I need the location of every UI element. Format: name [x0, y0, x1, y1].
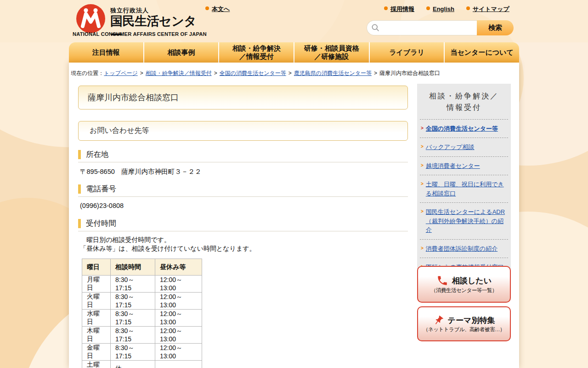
global-nav: 注目情報 相談事例 相談・紛争解決／情報受付 研修・相談員資格／研修施設 ライブ… [69, 42, 519, 63]
phone-value: (0996)23-0808 [80, 202, 124, 209]
breadcrumb-prefix: 現在の位置： [71, 70, 104, 76]
consult-banner[interactable]: 相談したい （消費生活センター等一覧） [417, 266, 511, 303]
consult-banner-subtitle: （消費生活センター等一覧） [431, 287, 497, 294]
nav-item-training[interactable]: 研修・相談員資格／研修施設 [294, 42, 369, 63]
address-value: 〒895-8650 薩摩川内市神田町３－２２ [80, 167, 201, 176]
chevron-right-icon [421, 182, 424, 186]
breadcrumb-link-consultation[interactable]: 相談・紛争解決／情報受付 [146, 70, 212, 76]
phone-icon [436, 275, 448, 287]
utility-nav: 採用情報 English サイトマップ [384, 5, 509, 13]
divider [78, 162, 408, 162]
nav-item-attention[interactable]: 注目情報 [69, 42, 143, 63]
search-icon [371, 23, 380, 32]
table-row: 木曜日8:30～17:1512:00～13:00 [82, 327, 202, 344]
sidebar-item-weekend: 土曜、日曜、祝日に利用できる相談窓口 [420, 175, 508, 202]
table-header-row: 曜日 相談時間 昼休み等 [82, 259, 202, 276]
nav-item-library[interactable]: ライブラリ [369, 42, 444, 63]
sidebar-title: 相談・紛争解決／ 情報受付 [417, 84, 511, 119]
sidebar-item-adr: 国民生活センターによるADR（裁判外紛争解決手続）の紹介 [420, 202, 508, 239]
topics-banner-subtitle: （ネットトラブル、高齢者被害…） [423, 326, 505, 333]
sidebar: 相談・紛争解決／ 情報受付 全国の消費生活センター等 バックアップ相談 越境消費… [417, 84, 511, 279]
hours-note: 曜日別の相談受付時間です。 「昼休み等」は、相談を受け付けていない時間となります… [80, 236, 256, 253]
content-column: 現在の位置：トップページ>相談・紛争解決／情報受付>全国の消費生活センター等>鹿… [69, 63, 519, 368]
table-row: 水曜日8:30～17:1512:00～13:00 [82, 310, 202, 327]
sidebar-item-centers: 全国の消費生活センター等 [420, 119, 508, 138]
chevron-right-icon [421, 163, 424, 168]
chevron-right-icon [421, 209, 424, 214]
consult-banner-title: 相談したい [452, 276, 492, 286]
sidebar-item-lawsuit: 消費者団体訴訟制度の紹介 [420, 239, 508, 258]
search-button[interactable]: 検索 [477, 20, 514, 35]
breadcrumb-link-home[interactable]: トップページ [104, 70, 137, 76]
nav-item-consultation[interactable]: 相談・紛争解決／情報受付 [218, 42, 294, 63]
breadcrumb-link-kagoshima[interactable]: 鹿児島県の消費生活センター等 [294, 70, 372, 76]
contact-section-title: お問い合わせ先等 [78, 121, 408, 141]
col-header-day: 曜日 [82, 259, 111, 276]
divider [78, 231, 408, 231]
nav-item-cases[interactable]: 相談事例 [143, 42, 219, 63]
address-heading: 所在地 [78, 150, 109, 160]
nav-item-about[interactable]: 当センターについて [444, 42, 519, 63]
hours-heading: 受付時間 [78, 218, 116, 229]
recruit-link[interactable]: 採用情報 [390, 6, 414, 12]
chevron-right-icon [421, 246, 424, 251]
page-title: 薩摩川内市総合相談窓口 [78, 86, 408, 109]
breadcrumb-current: 薩摩川内市総合相談窓口 [379, 70, 440, 76]
topics-banner[interactable]: テーマ別特集 （ネットトラブル、高齢者被害…） [417, 306, 511, 341]
hours-table: 曜日 相談時間 昼休み等 月曜日8:30～17:1512:00～13:00 火曜… [82, 259, 202, 368]
sidebar-item-backup: バックアップ相談 [420, 138, 508, 156]
col-header-hours: 相談時間 [111, 259, 155, 276]
english-link[interactable]: English [433, 6, 454, 12]
breadcrumb-link-centers[interactable]: 全国の消費生活センター等 [220, 70, 286, 76]
sidebar-item-crossborder: 越境消費者センター [420, 156, 508, 175]
chevron-right-icon [421, 144, 424, 149]
chevron-right-icon [421, 126, 424, 131]
divider [78, 196, 408, 197]
table-row: 金曜日8:30～17:1512:00～13:00 [82, 344, 202, 361]
table-row: 月曜日8:30～17:1512:00～13:00 [82, 276, 202, 293]
breadcrumb: 現在の位置：トップページ>相談・紛争解決／情報受付>全国の消費生活センター等>鹿… [71, 69, 440, 77]
org-type-label: 独立行政法人 [110, 6, 202, 15]
org-name-label: 国民生活センター [110, 15, 202, 42]
bullet-icon [384, 6, 388, 10]
pushpin-icon [433, 315, 444, 326]
org-name-english: NATIONAL CONSUMER AFFAIRS CENTER OF JAPA… [73, 31, 207, 37]
search-input[interactable] [367, 20, 477, 35]
bullet-icon [426, 6, 430, 10]
page-background: 独立行政法人 国民生活センター NATIONAL CONSUMER AFFAIR… [0, 0, 588, 368]
bullet-icon [205, 6, 209, 10]
sitemap-link[interactable]: サイトマップ [473, 6, 509, 12]
logo-mark-icon [76, 4, 105, 35]
bullet-icon [466, 6, 470, 10]
topics-banner-title: テーマ別特集 [448, 315, 495, 326]
col-header-lunch: 昼休み等 [155, 259, 202, 276]
skip-to-content-link[interactable]: 本文へ [212, 6, 230, 12]
site-logo[interactable]: 独立行政法人 国民生活センター NATIONAL CONSUMER AFFAIR… [74, 4, 202, 40]
table-row: 火曜日8:30～17:1512:00～13:00 [82, 293, 202, 310]
table-row: 土曜日休 [82, 361, 202, 368]
search-bar: 検索 [367, 20, 514, 35]
phone-heading: 電話番号 [78, 184, 116, 194]
